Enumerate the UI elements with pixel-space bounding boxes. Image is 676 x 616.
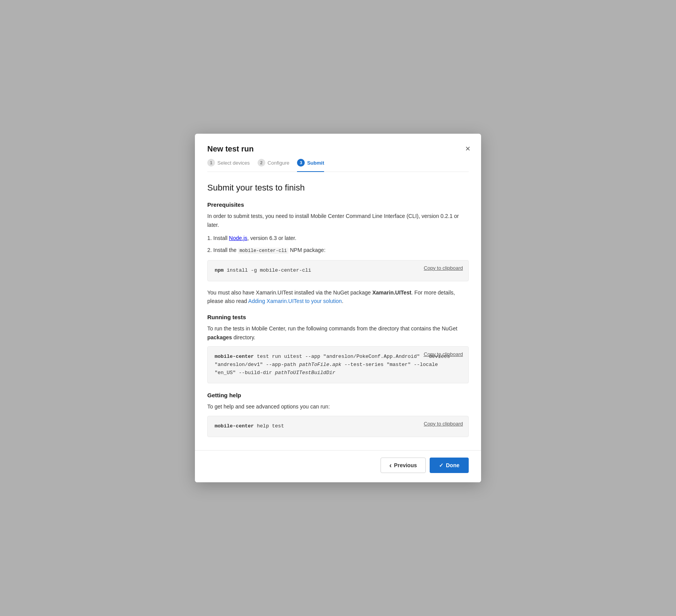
page-heading: Submit your tests to finish [207,183,469,193]
getting-help-section: Getting help To get help and see advance… [207,392,469,437]
step-label-1: Select devices [217,160,250,166]
prerequisites-intro: In order to submit tests, you need to in… [207,212,469,229]
modal-header: New test run 1 Select devices 2 Configur… [195,134,481,172]
modal-body: Submit your tests to finish Prerequisite… [195,172,481,450]
prerequisites-list: 1. Install Node.js, version 6.3 or later… [207,234,469,255]
modal-title: New test run [207,145,469,153]
run-code-text: mobile-center test run uitest --app "and… [215,354,450,376]
list-item-2: 2. Install the mobile-center-cli NPM pac… [207,246,469,255]
npm-package-code: mobile-center-cli [238,248,288,254]
steps-nav: 1 Select devices 2 Configure 3 Submit [207,159,469,172]
xamarin-link[interactable]: Adding Xamarin.UITest to your solution [248,298,342,304]
nuget-text: You must also have Xamarin.UITest instal… [207,288,469,306]
step-circle-1: 1 [207,159,215,167]
running-tests-section: Running tests To run the tests in Mobile… [207,314,469,383]
copy-clipboard-button-3[interactable]: Copy to clipboard [424,421,463,427]
nodejs-link[interactable]: Node.js [229,235,247,241]
step-configure[interactable]: 2 Configure [258,159,289,172]
step-label-2: Configure [268,160,289,166]
done-button[interactable]: Done [430,458,469,473]
modal-footer: Previous Done [195,450,481,482]
step-circle-2: 2 [258,159,265,167]
getting-help-title: Getting help [207,392,469,398]
modal-dialog: New test run 1 Select devices 2 Configur… [195,134,481,482]
step-label-3: Submit [307,160,324,166]
prerequisites-title: Prerequisites [207,201,469,208]
previous-button[interactable]: Previous [381,458,426,473]
list-item-1: 1. Install Node.js, version 6.3 or later… [207,234,469,242]
previous-button-label: Previous [394,462,417,468]
close-button[interactable]: × [464,143,472,155]
chevron-left-icon [389,462,392,469]
npm-code-text: npm install -g mobile-center-cli [215,267,311,273]
copy-clipboard-button-1[interactable]: Copy to clipboard [424,265,463,271]
step-circle-3: 3 [297,159,305,167]
check-icon [439,462,444,468]
step-select-devices[interactable]: 1 Select devices [207,159,250,172]
done-button-label: Done [446,462,459,468]
code-block-run: Copy to clipboard mobile-center test run… [207,346,469,383]
code-block-help: Copy to clipboard mobile-center help tes… [207,416,469,437]
help-code-text: mobile-center help test [215,423,284,429]
code-block-npm: Copy to clipboard npm install -g mobile-… [207,260,469,281]
copy-clipboard-button-2[interactable]: Copy to clipboard [424,351,463,357]
prerequisites-section: Prerequisites In order to submit tests, … [207,201,469,305]
step-submit[interactable]: 3 Submit [297,159,324,172]
running-tests-title: Running tests [207,314,469,320]
running-tests-intro: To run the tests in Mobile Center, run t… [207,324,469,342]
getting-help-intro: To get help and see advanced options you… [207,402,469,411]
